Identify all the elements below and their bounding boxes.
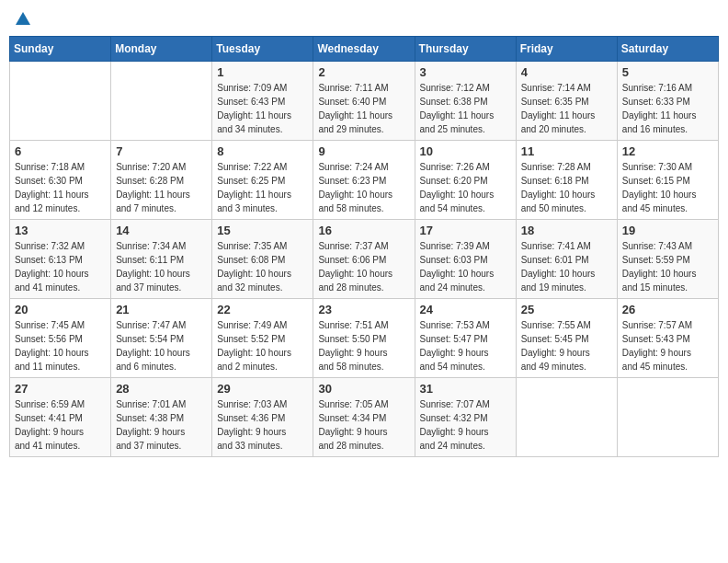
day-number: 23 xyxy=(318,303,409,316)
day-info: Sunrise: 7:11 AM Sunset: 6:40 PM Dayligh… xyxy=(318,81,409,136)
logo xyxy=(13,9,32,29)
day-number: 31 xyxy=(420,382,511,396)
logo-text xyxy=(13,9,32,29)
calendar-cell xyxy=(111,61,212,140)
day-number: 11 xyxy=(521,144,612,158)
day-info: Sunrise: 7:03 AM Sunset: 4:36 PM Dayligh… xyxy=(217,397,308,453)
calendar-cell: 11Sunrise: 7:28 AM Sunset: 6:18 PM Dayli… xyxy=(516,140,617,219)
day-info: Sunrise: 7:53 AM Sunset: 5:47 PM Dayligh… xyxy=(420,318,511,373)
calendar-cell: 4Sunrise: 7:14 AM Sunset: 6:35 PM Daylig… xyxy=(516,61,617,140)
day-info: Sunrise: 7:16 AM Sunset: 6:33 PM Dayligh… xyxy=(622,81,713,136)
calendar-cell: 20Sunrise: 7:45 AM Sunset: 5:56 PM Dayli… xyxy=(10,298,111,377)
calendar-cell: 16Sunrise: 7:37 AM Sunset: 6:06 PM Dayli… xyxy=(313,219,415,298)
calendar-cell: 22Sunrise: 7:49 AM Sunset: 5:52 PM Dayli… xyxy=(212,298,313,377)
calendar-cell: 17Sunrise: 7:39 AM Sunset: 6:03 PM Dayli… xyxy=(415,219,516,298)
calendar-cell: 15Sunrise: 7:35 AM Sunset: 6:08 PM Dayli… xyxy=(212,219,313,298)
svg-marker-0 xyxy=(16,12,30,25)
day-info: Sunrise: 7:39 AM Sunset: 6:03 PM Dayligh… xyxy=(420,239,511,294)
day-info: Sunrise: 7:47 AM Sunset: 5:54 PM Dayligh… xyxy=(116,318,207,373)
day-info: Sunrise: 7:12 AM Sunset: 6:38 PM Dayligh… xyxy=(420,81,511,136)
day-number: 10 xyxy=(420,144,511,158)
calendar-cell: 28Sunrise: 7:01 AM Sunset: 4:38 PM Dayli… xyxy=(111,377,212,456)
day-info: Sunrise: 7:28 AM Sunset: 6:18 PM Dayligh… xyxy=(521,160,612,215)
calendar-cell: 5Sunrise: 7:16 AM Sunset: 6:33 PM Daylig… xyxy=(617,61,718,140)
day-number: 13 xyxy=(15,224,106,237)
day-number: 21 xyxy=(116,303,207,316)
day-number: 3 xyxy=(420,65,511,79)
calendar-cell: 19Sunrise: 7:43 AM Sunset: 5:59 PM Dayli… xyxy=(617,219,718,298)
day-number: 26 xyxy=(622,303,713,316)
day-number: 27 xyxy=(15,382,106,396)
calendar-cell: 14Sunrise: 7:34 AM Sunset: 6:11 PM Dayli… xyxy=(111,219,212,298)
calendar-table: SundayMondayTuesdayWednesdayThursdayFrid… xyxy=(9,36,719,457)
day-number: 1 xyxy=(217,65,308,79)
day-info: Sunrise: 7:18 AM Sunset: 6:30 PM Dayligh… xyxy=(15,160,106,215)
calendar-cell: 25Sunrise: 7:55 AM Sunset: 5:45 PM Dayli… xyxy=(516,298,617,377)
calendar-cell xyxy=(516,377,617,456)
day-info: Sunrise: 7:01 AM Sunset: 4:38 PM Dayligh… xyxy=(116,397,207,453)
calendar-cell: 30Sunrise: 7:05 AM Sunset: 4:34 PM Dayli… xyxy=(313,377,415,456)
day-number: 30 xyxy=(318,382,409,396)
day-info: Sunrise: 7:43 AM Sunset: 5:59 PM Dayligh… xyxy=(622,239,713,294)
day-info: Sunrise: 7:05 AM Sunset: 4:34 PM Dayligh… xyxy=(318,397,409,453)
calendar-cell: 8Sunrise: 7:22 AM Sunset: 6:25 PM Daylig… xyxy=(212,140,313,219)
day-header-friday: Friday xyxy=(516,36,617,61)
day-number: 24 xyxy=(420,303,511,316)
calendar-cell: 3Sunrise: 7:12 AM Sunset: 6:38 PM Daylig… xyxy=(415,61,516,140)
day-info: Sunrise: 7:26 AM Sunset: 6:20 PM Dayligh… xyxy=(420,160,511,215)
day-info: Sunrise: 7:51 AM Sunset: 5:50 PM Dayligh… xyxy=(318,318,409,373)
calendar-cell: 12Sunrise: 7:30 AM Sunset: 6:15 PM Dayli… xyxy=(617,140,718,219)
day-info: Sunrise: 7:09 AM Sunset: 6:43 PM Dayligh… xyxy=(217,81,308,136)
day-number: 12 xyxy=(622,144,713,158)
day-number: 18 xyxy=(521,224,612,237)
calendar-cell: 29Sunrise: 7:03 AM Sunset: 4:36 PM Dayli… xyxy=(212,377,313,456)
calendar-cell xyxy=(10,61,111,140)
page-header xyxy=(9,9,719,29)
day-number: 14 xyxy=(116,224,207,237)
day-number: 2 xyxy=(318,65,409,79)
day-number: 29 xyxy=(217,382,308,396)
calendar-cell: 10Sunrise: 7:26 AM Sunset: 6:20 PM Dayli… xyxy=(415,140,516,219)
calendar-cell: 21Sunrise: 7:47 AM Sunset: 5:54 PM Dayli… xyxy=(111,298,212,377)
day-header-thursday: Thursday xyxy=(415,36,516,61)
calendar-cell xyxy=(617,377,718,456)
day-info: Sunrise: 7:41 AM Sunset: 6:01 PM Dayligh… xyxy=(521,239,612,294)
calendar-cell: 23Sunrise: 7:51 AM Sunset: 5:50 PM Dayli… xyxy=(313,298,415,377)
day-number: 28 xyxy=(116,382,207,396)
day-number: 22 xyxy=(217,303,308,316)
day-info: Sunrise: 7:24 AM Sunset: 6:23 PM Dayligh… xyxy=(318,160,409,215)
day-info: Sunrise: 7:35 AM Sunset: 6:08 PM Dayligh… xyxy=(217,239,308,294)
day-info: Sunrise: 6:59 AM Sunset: 4:41 PM Dayligh… xyxy=(15,397,106,453)
day-header-sunday: Sunday xyxy=(10,36,111,61)
day-number: 8 xyxy=(217,144,308,158)
day-number: 20 xyxy=(15,303,106,316)
calendar-cell: 1Sunrise: 7:09 AM Sunset: 6:43 PM Daylig… xyxy=(212,61,313,140)
day-number: 5 xyxy=(622,65,713,79)
day-header-tuesday: Tuesday xyxy=(212,36,313,61)
day-number: 19 xyxy=(622,224,713,237)
day-number: 6 xyxy=(15,144,106,158)
day-info: Sunrise: 7:30 AM Sunset: 6:15 PM Dayligh… xyxy=(622,160,713,215)
day-number: 4 xyxy=(521,65,612,79)
day-header-monday: Monday xyxy=(111,36,212,61)
day-info: Sunrise: 7:49 AM Sunset: 5:52 PM Dayligh… xyxy=(217,318,308,373)
calendar-cell: 18Sunrise: 7:41 AM Sunset: 6:01 PM Dayli… xyxy=(516,219,617,298)
day-info: Sunrise: 7:20 AM Sunset: 6:28 PM Dayligh… xyxy=(116,160,207,215)
day-info: Sunrise: 7:37 AM Sunset: 6:06 PM Dayligh… xyxy=(318,239,409,294)
day-info: Sunrise: 7:14 AM Sunset: 6:35 PM Dayligh… xyxy=(521,81,612,136)
calendar-cell: 7Sunrise: 7:20 AM Sunset: 6:28 PM Daylig… xyxy=(111,140,212,219)
day-header-saturday: Saturday xyxy=(617,36,718,61)
day-info: Sunrise: 7:07 AM Sunset: 4:32 PM Dayligh… xyxy=(420,397,511,453)
calendar-cell: 2Sunrise: 7:11 AM Sunset: 6:40 PM Daylig… xyxy=(313,61,415,140)
day-number: 15 xyxy=(217,224,308,237)
day-info: Sunrise: 7:55 AM Sunset: 5:45 PM Dayligh… xyxy=(521,318,612,373)
logo-icon xyxy=(14,10,32,29)
day-number: 25 xyxy=(521,303,612,316)
day-info: Sunrise: 7:57 AM Sunset: 5:43 PM Dayligh… xyxy=(622,318,713,373)
calendar-cell: 13Sunrise: 7:32 AM Sunset: 6:13 PM Dayli… xyxy=(10,219,111,298)
calendar-cell: 26Sunrise: 7:57 AM Sunset: 5:43 PM Dayli… xyxy=(617,298,718,377)
calendar-cell: 27Sunrise: 6:59 AM Sunset: 4:41 PM Dayli… xyxy=(10,377,111,456)
calendar-cell: 9Sunrise: 7:24 AM Sunset: 6:23 PM Daylig… xyxy=(313,140,415,219)
day-header-wednesday: Wednesday xyxy=(313,36,415,61)
day-info: Sunrise: 7:34 AM Sunset: 6:11 PM Dayligh… xyxy=(116,239,207,294)
